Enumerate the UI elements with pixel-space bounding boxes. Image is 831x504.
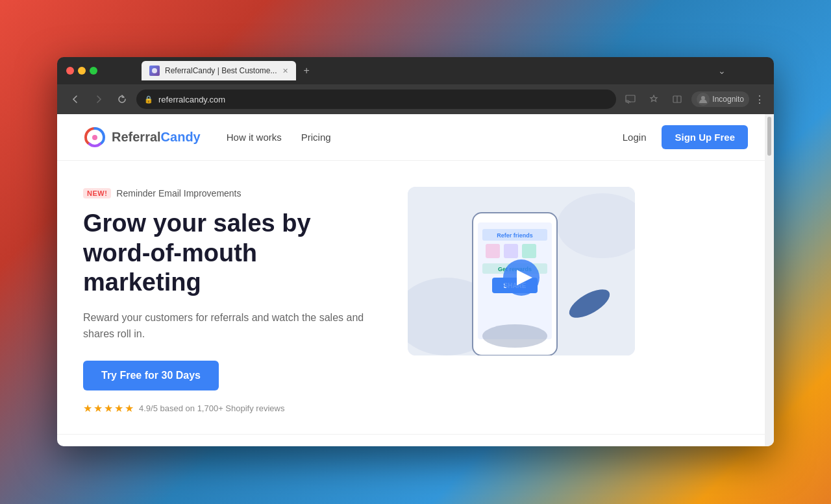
scrollbar-thumb[interactable] bbox=[767, 117, 771, 156]
cast-icon[interactable] bbox=[621, 90, 639, 108]
logo-text: ReferralCandy bbox=[112, 130, 201, 145]
nav-links: How it works Pricing bbox=[227, 132, 623, 143]
nav-how-it-works[interactable]: How it works bbox=[227, 132, 282, 143]
toolbar-right: Incognito ⋮ bbox=[621, 90, 765, 108]
lock-icon: 🔒 bbox=[144, 95, 153, 104]
hero-left: NEW! Reminder Email Improvements Grow yo… bbox=[83, 187, 382, 414]
new-badge: NEW! Reminder Email Improvements bbox=[83, 188, 242, 198]
rating-text: 4.9/5 based on 1,700+ Shopify reviews bbox=[139, 403, 284, 413]
back-button[interactable] bbox=[66, 90, 84, 108]
traffic-lights bbox=[66, 67, 97, 75]
signup-button[interactable]: Sign Up Free bbox=[662, 125, 748, 149]
svg-rect-16 bbox=[504, 244, 518, 258]
browser-toolbar: 🔒 referralcandy.com bbox=[57, 84, 774, 114]
hero-section: NEW! Reminder Email Improvements Grow yo… bbox=[57, 161, 774, 434]
browser-titlebar: ReferralCandy | Best Custome... ✕ + ⌄ bbox=[57, 57, 774, 84]
svg-rect-18 bbox=[522, 244, 536, 258]
stars: ★ ★ ★ ★ ★ bbox=[83, 402, 134, 414]
scrollbar[interactable] bbox=[765, 114, 774, 446]
bookmark-star-icon[interactable] bbox=[645, 90, 663, 108]
svg-point-6 bbox=[92, 135, 97, 140]
logo[interactable]: ReferralCandy bbox=[83, 126, 201, 149]
website-content: ReferralCandy How it works Pricing Login… bbox=[57, 114, 774, 446]
site-navbar: ReferralCandy How it works Pricing Login… bbox=[57, 114, 774, 161]
star-4: ★ bbox=[114, 402, 123, 414]
menu-icon[interactable]: ⋮ bbox=[754, 93, 765, 106]
address-bar[interactable]: 🔒 referralcandy.com bbox=[136, 90, 616, 109]
svg-rect-1 bbox=[626, 95, 635, 102]
svg-point-24 bbox=[482, 324, 547, 348]
split-view-icon[interactable] bbox=[668, 90, 686, 108]
cta-button[interactable]: Try Free for 30 Days bbox=[83, 361, 219, 390]
tab-close-icon[interactable]: ✕ bbox=[282, 67, 288, 75]
forward-button[interactable] bbox=[90, 90, 108, 108]
star-1: ★ bbox=[83, 402, 92, 414]
browser-tabs: ReferralCandy | Best Custome... ✕ + ⌄ bbox=[103, 61, 765, 80]
new-tab-button[interactable]: + bbox=[299, 65, 315, 77]
new-tag: NEW! bbox=[83, 188, 111, 198]
hero-subtitle: Reward your customers for referrals and … bbox=[83, 309, 382, 342]
nav-pricing[interactable]: Pricing bbox=[301, 132, 331, 143]
new-description: Reminder Email Improvements bbox=[116, 188, 241, 198]
svg-text:Refer friends: Refer friends bbox=[497, 232, 533, 239]
login-button[interactable]: Login bbox=[623, 132, 647, 143]
phone-illustration: Refer friends 🎁 🎁 🎁 Get rewards SHARE bbox=[408, 187, 635, 355]
rating-row: ★ ★ ★ ★ ★ 4.9/5 based on 1,700+ Shopify … bbox=[83, 402, 382, 414]
tab-expand-icon: ⌄ bbox=[718, 66, 726, 76]
nav-right: Login Sign Up Free bbox=[623, 125, 748, 149]
incognito-avatar bbox=[697, 93, 710, 106]
minimize-button[interactable] bbox=[78, 67, 86, 75]
hero-title: Grow your sales by word-of-mouth marketi… bbox=[83, 209, 382, 298]
maximize-button[interactable] bbox=[90, 67, 97, 75]
tab-title: ReferralCandy | Best Custome... bbox=[165, 66, 277, 75]
star-5: ★ bbox=[125, 402, 134, 414]
browser-window: ReferralCandy | Best Custome... ✕ + ⌄ bbox=[57, 57, 774, 446]
incognito-label: Incognito bbox=[712, 95, 744, 104]
close-button[interactable] bbox=[66, 67, 74, 75]
svg-rect-14 bbox=[486, 244, 500, 258]
star-2: ★ bbox=[93, 402, 103, 414]
logo-icon bbox=[83, 126, 106, 149]
active-tab[interactable]: ReferralCandy | Best Custome... ✕ bbox=[142, 61, 296, 80]
svg-point-0 bbox=[152, 68, 157, 73]
incognito-badge[interactable]: Incognito bbox=[691, 91, 749, 107]
trusted-banner: Trusted by 3,000+ ecommerce stores bbox=[57, 434, 774, 446]
tab-favicon bbox=[149, 66, 160, 76]
url-text: referralcandy.com bbox=[158, 95, 225, 104]
browser-chrome: ReferralCandy | Best Custome... ✕ + ⌄ bbox=[57, 57, 774, 114]
star-3: ★ bbox=[104, 402, 113, 414]
reload-button[interactable] bbox=[113, 90, 131, 108]
hero-image[interactable]: Refer friends 🎁 🎁 🎁 Get rewards SHARE bbox=[408, 187, 635, 355]
